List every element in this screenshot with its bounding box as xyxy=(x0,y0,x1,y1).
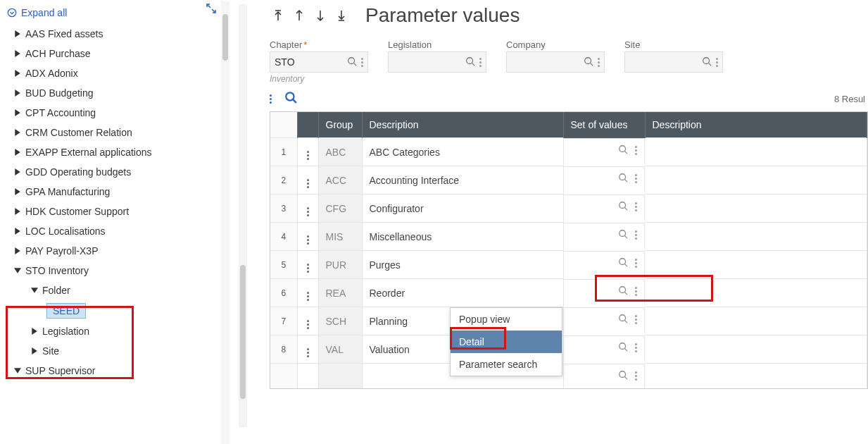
search-icon[interactable] xyxy=(618,201,628,213)
table-row[interactable]: 5PURPurges xyxy=(270,251,867,279)
more-icon[interactable] xyxy=(361,58,363,67)
row-actions-cell[interactable] xyxy=(297,138,318,166)
cell-set-of-values[interactable] xyxy=(564,251,646,276)
search-icon[interactable] xyxy=(618,285,628,297)
sidebar-item-aas[interactable]: AAS Fixed assets xyxy=(3,24,218,44)
site-input[interactable] xyxy=(624,51,723,73)
menu-detail[interactable]: Detail xyxy=(451,331,562,353)
table-row[interactable]: 1ABCABC Categories xyxy=(270,138,867,166)
more-icon[interactable] xyxy=(635,174,637,183)
search-icon[interactable] xyxy=(347,56,357,68)
sidebar-item-legislation[interactable]: Legislation xyxy=(20,321,218,341)
table-row[interactable]: 2ACCAccounting Interface xyxy=(270,166,867,195)
next-record-button[interactable] xyxy=(313,7,327,24)
cell-group[interactable] xyxy=(318,364,362,388)
sidebar-item-sup[interactable]: SUP Supervisor xyxy=(3,361,218,381)
sidebar-item-adx[interactable]: ADX Adonix xyxy=(3,63,218,83)
sidebar-item-hdk[interactable]: HDK Customer Support xyxy=(3,202,218,221)
legislation-input[interactable] xyxy=(388,51,486,73)
col-set-of-values[interactable]: Set of values xyxy=(563,112,645,138)
scrollbar[interactable] xyxy=(239,4,247,427)
more-icon[interactable] xyxy=(635,343,637,352)
first-record-button[interactable] xyxy=(271,7,285,24)
sidebar-item-pay[interactable]: PAY Payroll-X3P xyxy=(3,241,218,261)
table-search-button[interactable] xyxy=(284,91,297,107)
row-actions-cell[interactable] xyxy=(297,223,318,251)
cell-group[interactable]: MIS xyxy=(318,223,362,251)
menu-parameter-search[interactable]: Parameter search xyxy=(451,353,562,376)
row-actions-cell[interactable] xyxy=(297,195,318,223)
sidebar-item-exapp[interactable]: EXAPP External applications xyxy=(3,142,218,162)
row-actions-cell[interactable] xyxy=(297,307,318,335)
search-icon[interactable] xyxy=(618,342,628,354)
search-icon[interactable] xyxy=(465,56,475,68)
row-actions-button[interactable] xyxy=(307,235,309,245)
row-actions-button[interactable] xyxy=(307,292,309,301)
table-actions-button[interactable] xyxy=(270,94,272,104)
sidebar-item-folder[interactable]: Folder xyxy=(20,280,218,300)
row-actions-button[interactable] xyxy=(307,151,309,160)
cell-group[interactable]: PUR xyxy=(318,251,362,279)
more-icon[interactable] xyxy=(635,230,637,240)
cell-set-of-values[interactable] xyxy=(564,364,646,388)
table-row[interactable]: 3CFGConfigurator xyxy=(270,195,867,223)
cell-group[interactable]: SCH xyxy=(318,307,362,335)
row-actions-cell[interactable] xyxy=(297,364,318,388)
cell-set-of-values[interactable] xyxy=(564,307,646,332)
sidebar-item-gdd[interactable]: GDD Operating budgets xyxy=(3,162,218,182)
cell-set-of-values[interactable] xyxy=(564,223,646,247)
row-actions-cell[interactable] xyxy=(297,335,318,364)
more-icon[interactable] xyxy=(716,58,718,67)
company-input[interactable] xyxy=(506,51,605,73)
scrollbar-thumb[interactable] xyxy=(240,265,246,399)
cell-set-of-values[interactable] xyxy=(564,138,646,163)
cell-set-of-values[interactable] xyxy=(564,166,646,191)
sidebar-item-sto[interactable]: STO Inventory xyxy=(3,261,218,280)
sidebar-item-crm[interactable]: CRM Customer Relation xyxy=(3,123,218,142)
table-row[interactable]: 8VALValuation xyxy=(270,335,867,364)
table-row[interactable]: 4MISMiscellaneous xyxy=(270,223,867,251)
table-row[interactable]: 7SCHPlanning xyxy=(270,307,867,335)
cell-set-of-values[interactable] xyxy=(564,279,646,304)
cell-group[interactable]: ACC xyxy=(318,166,362,195)
more-icon[interactable] xyxy=(479,58,482,67)
row-actions-cell[interactable] xyxy=(297,166,318,195)
search-icon[interactable] xyxy=(618,370,628,382)
more-icon[interactable] xyxy=(635,146,637,155)
last-record-button[interactable] xyxy=(334,7,348,24)
cell-group[interactable]: REA xyxy=(318,279,362,307)
sidebar-item-loc[interactable]: LOC Localisations xyxy=(3,221,218,241)
sidebar-item-cpt[interactable]: CPT Accounting xyxy=(3,103,218,123)
row-actions-button[interactable] xyxy=(307,179,309,188)
sidebar-item-bud[interactable]: BUD Budgeting xyxy=(3,83,218,103)
sidebar-item-seed[interactable]: SEED xyxy=(37,300,218,321)
menu-popup-view[interactable]: Popup view xyxy=(451,308,562,331)
row-actions-cell[interactable] xyxy=(297,251,318,279)
search-icon[interactable] xyxy=(618,173,628,185)
col-group[interactable]: Group xyxy=(318,112,362,138)
search-icon[interactable] xyxy=(618,229,628,241)
cell-group[interactable]: VAL xyxy=(318,335,362,364)
company-field[interactable] xyxy=(511,56,579,68)
sidebar-item-gpa[interactable]: GPA Manufacturing xyxy=(3,182,218,202)
expand-icon[interactable] xyxy=(206,3,217,17)
row-actions-button[interactable] xyxy=(307,320,309,329)
cell-set-of-values[interactable] xyxy=(564,195,646,219)
more-icon[interactable] xyxy=(635,202,637,211)
more-icon[interactable] xyxy=(598,58,600,67)
expand-all-button[interactable]: Expand all xyxy=(3,4,218,21)
row-actions-button[interactable] xyxy=(307,207,309,216)
more-icon[interactable] xyxy=(635,287,637,296)
more-icon[interactable] xyxy=(635,259,637,268)
row-actions-cell[interactable] xyxy=(297,279,318,307)
cell-set-of-values[interactable] xyxy=(564,335,646,360)
sidebar-item-ach[interactable]: ACH Purchase xyxy=(3,44,218,63)
col-description-2[interactable]: Description xyxy=(645,112,867,138)
sidebar-item-site[interactable]: Site xyxy=(20,341,218,361)
chapter-input[interactable] xyxy=(270,51,368,73)
search-icon[interactable] xyxy=(618,257,628,269)
row-actions-button[interactable] xyxy=(307,348,309,357)
table-row[interactable] xyxy=(270,364,867,388)
more-icon[interactable] xyxy=(635,315,637,324)
prev-record-button[interactable] xyxy=(292,7,306,24)
